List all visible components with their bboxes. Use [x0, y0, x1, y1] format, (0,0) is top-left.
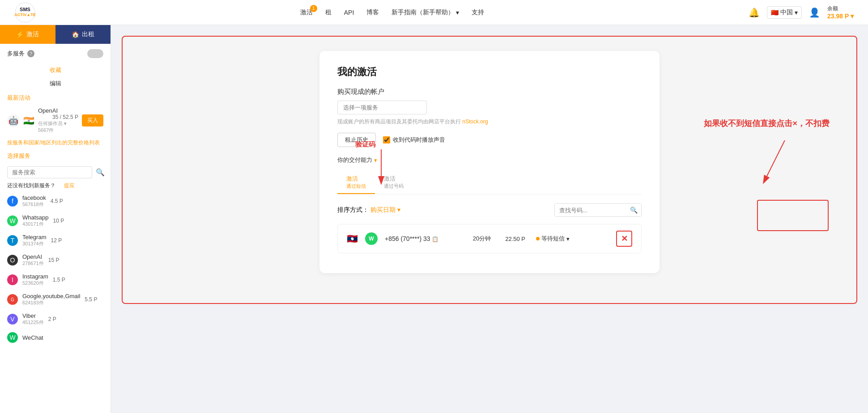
select-service-title: 选择服务 [0, 148, 111, 164]
activity-openai-icon: 🤖 [7, 114, 20, 127]
activity-flag: 🇮🇳 [23, 115, 34, 126]
service-price: 2 P [48, 316, 56, 322]
help-icon[interactable]: ? [27, 50, 34, 57]
svg-line-5 [767, 140, 785, 176]
service-name: Instagram [22, 273, 48, 280]
chevron-down-icon: ▾ [566, 236, 570, 242]
svg-text:ACTIV▲TE: ACTIV▲TE [14, 13, 35, 17]
action-area: ✕ [577, 231, 632, 247]
multi-service-toggle[interactable] [87, 49, 103, 58]
nav-api[interactable]: API [344, 9, 354, 16]
service-price: 15 P [48, 257, 60, 263]
card-title: 我的激活 [337, 65, 642, 79]
service-count: 278671件 [22, 260, 44, 267]
sound-checkbox[interactable] [383, 136, 390, 143]
nstock-link[interactable]: nStock.org [462, 118, 488, 125]
service-count: 301374件 [22, 240, 46, 247]
service-name: facebook [22, 194, 46, 201]
annotation-nosms: 如果收不到短信直接点击×，不扣费 [704, 118, 830, 129]
card-actions: 租止历史 收到代码时播放声音 [337, 133, 642, 147]
service-count: 624183件 [22, 299, 80, 306]
activation-tabs: 激活 通过短信 激活 通过号码 [337, 171, 642, 194]
header: SMS ACTIV▲TE 激活 1 租 API 博客 新手指南（新手帮助） ▾ … [0, 0, 868, 25]
search-number-input[interactable] [555, 204, 626, 216]
whatsapp-service-icon: W [365, 232, 378, 245]
service-name: Whatsapp [22, 214, 49, 221]
search-input[interactable] [7, 166, 92, 178]
service-item-google[interactable]: G Google,youtube,Gmail 624183件 5.5 P [0, 290, 111, 309]
service-count: 430171件 [22, 221, 49, 228]
lang-selector[interactable]: 🇨🇳 中国 ▾ [767, 6, 802, 19]
service-name: Google,youtube,Gmail [22, 293, 80, 299]
balance-label: 余额 [827, 5, 854, 13]
activity-info: OpenAI 35 / 52.5 P 任何操作员 ▾ 5667件 [38, 107, 78, 134]
nav-rent[interactable]: 租 [325, 8, 332, 17]
search-icon[interactable]: 🔍 [96, 168, 105, 177]
payment-section: 你的交付能力 ▾ [337, 156, 642, 164]
service-count: 523620件 [22, 280, 48, 287]
activity-price: 35 / 52.5 P [38, 114, 78, 120]
info-text: 现成账户的所有商品项目及其委托均由网店平台执行 nStock.org [337, 118, 642, 126]
nav-activate[interactable]: 激活 1 [300, 8, 313, 17]
buy-button[interactable]: 买入 [82, 114, 103, 126]
service-price: 4.5 P [51, 198, 63, 204]
service-item-openai[interactable]: O OpenAI 278671件 15 P [0, 250, 111, 270]
time-badge: 20分钟 [473, 235, 491, 243]
edit-link[interactable]: 编辑 [0, 77, 111, 90]
user-icon[interactable]: 👤 [809, 7, 820, 18]
service-count: 451225件 [22, 319, 44, 326]
nav-support[interactable]: 支持 [472, 8, 484, 17]
service-select-input[interactable] [337, 101, 427, 114]
status-badge[interactable]: 等待短信 ▾ [536, 235, 570, 243]
svg-text:SMS: SMS [20, 7, 30, 12]
tab-number[interactable]: 激活 通过号码 [375, 171, 413, 194]
cancel-button[interactable]: ✕ [616, 231, 632, 247]
service-item-viber[interactable]: V Viber 451225件 2 P [0, 309, 111, 329]
payment-label[interactable]: 你的交付能力 ▾ [337, 156, 642, 164]
tab-rent[interactable]: 🏠 出租 [55, 25, 111, 44]
chevron-down-icon: ▾ [795, 9, 798, 16]
service-item-wechat[interactable]: W WeChat [0, 329, 111, 346]
phone-number: +856 (70****) 33 📋 [385, 235, 462, 242]
sidebar: ⚡ 激活 🏠 出租 多服务 ? 收藏 编辑 最新活动 🤖 🇮🇳 OpenAI 3… [0, 25, 111, 413]
sort-value[interactable]: 购买日期 [370, 206, 396, 213]
openai-icon: O [7, 255, 18, 266]
search-number-button[interactable]: 🔍 [626, 204, 641, 216]
sidebar-tabs: ⚡ 激活 🏠 出租 [0, 25, 111, 44]
service-item-facebook[interactable]: f facebook 567618件 4.5 P [0, 191, 111, 211]
logo-icon: SMS ACTIV▲TE [14, 2, 36, 23]
cancel-highlight-box [757, 200, 829, 231]
copy-icon[interactable]: 📋 [432, 236, 438, 242]
suggest-row: 还没有找到新服务？ 提应 [0, 181, 111, 191]
sort-row: 排序方式： 购买日期 ▾ 🔍 [337, 203, 642, 217]
suggest-link[interactable]: 提应 [57, 181, 82, 190]
service-item-telegram[interactable]: T Telegram 301374件 12 P [0, 231, 111, 250]
search-box: 🔍 [0, 164, 111, 181]
price-badge: 22.50 P [505, 236, 525, 242]
laos-flag-icon: 🇱🇦 [347, 233, 358, 244]
service-name: OpenAI [22, 253, 44, 260]
arrow-cancel [758, 140, 794, 185]
logo: SMS ACTIV▲TE [14, 2, 36, 23]
service-item-whatsapp[interactable]: W Whatsapp 430171件 10 P [0, 211, 111, 231]
whatsapp-icon: W [7, 215, 18, 226]
nav-blog[interactable]: 博客 [366, 8, 379, 17]
service-item-instagram[interactable]: I Instagram 523620件 1.5 P [0, 270, 111, 290]
service-select-wrap [337, 101, 642, 114]
tab-sms[interactable]: 激活 通过短信 [337, 171, 375, 194]
full-price-link[interactable]: 按服务和国家/地区列出的完整价格列表 [0, 137, 111, 148]
history-button[interactable]: 租止历史 [337, 133, 376, 147]
balance-value[interactable]: 23.98 P ▾ [827, 13, 854, 20]
tab-activate[interactable]: ⚡ 激活 [0, 25, 55, 44]
sort-label: 排序方式： 购买日期 ▾ [337, 206, 400, 214]
bell-icon[interactable]: 🔔 [749, 7, 760, 18]
nav-guide[interactable]: 新手指南（新手帮助） ▾ [391, 8, 459, 17]
search-number-box: 🔍 [554, 203, 642, 217]
favorites-link[interactable]: 收藏 [0, 63, 111, 77]
chevron-down-icon: ▾ [374, 157, 377, 164]
rent-icon: 🏠 [72, 31, 79, 38]
flag-china-icon: 🇨🇳 [771, 9, 779, 16]
activate-icon: ⚡ [16, 31, 24, 38]
header-nav: 激活 1 租 API 博客 新手指南（新手帮助） ▾ 支持 [300, 8, 485, 17]
chevron-down-icon: ▾ [456, 9, 459, 16]
